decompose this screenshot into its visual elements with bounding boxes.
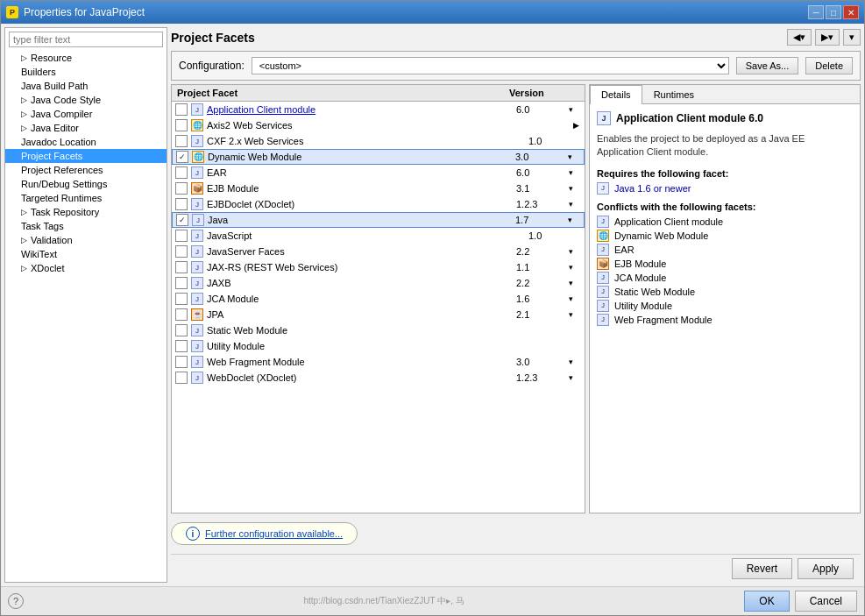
facet-row-jaxrs[interactable]: J JAX-RS (REST Web Services) 1.1 ▾ — [172, 259, 585, 275]
checkbox-ejb[interactable] — [175, 182, 188, 195]
sidebar-item-resource[interactable]: ▷Resource — [5, 51, 167, 65]
checkbox-axis2[interactable] — [175, 119, 188, 131]
forward-button[interactable]: ▶▾ — [815, 29, 840, 46]
tab-details[interactable]: Details — [590, 85, 642, 104]
checkbox-jca[interactable] — [175, 293, 188, 305]
help-icon[interactable]: ? — [8, 593, 24, 609]
checkbox-jaxb[interactable] — [175, 277, 188, 289]
facet-version-jpa: 2.1 — [516, 309, 569, 320]
sidebar-item-java-compiler[interactable]: ▷Java Compiler — [5, 107, 167, 121]
conflict-text-web-fragment: Web Fragment Module — [614, 315, 713, 325]
nav-arrows: ◀▾ ▶▾ ▾ — [787, 29, 861, 46]
facet-arrow-app-client[interactable]: ▾ — [569, 105, 581, 114]
facet-arrow-ear[interactable]: ▾ — [569, 168, 581, 177]
facet-arrow-jaxrs[interactable]: ▾ — [569, 263, 581, 272]
sidebar-item-wikitext[interactable]: WikiText — [5, 247, 167, 261]
apply-button[interactable]: Apply — [798, 558, 854, 579]
facet-row-cxf[interactable]: J CXF 2.x Web Services 1.0 — [172, 133, 585, 149]
facet-row-java[interactable]: ✓ J Java 1.7 ▾ — [172, 212, 585, 228]
facet-arrow-jsf[interactable]: ▾ — [569, 247, 581, 256]
sidebar-item-validation[interactable]: ▷Validation — [5, 233, 167, 247]
facet-row-app-client[interactable]: J Application Client module 6.0 ▾ — [172, 102, 585, 117]
checkbox-web-fragment[interactable] — [175, 356, 188, 368]
facet-row-jaxb[interactable]: J JAXB 2.2 ▾ — [172, 275, 585, 291]
cancel-button[interactable]: Cancel — [795, 591, 857, 612]
checkbox-jsf[interactable] — [175, 245, 188, 258]
sidebar-item-task-tags[interactable]: Task Tags — [5, 219, 167, 233]
sidebar-item-builders[interactable]: Builders — [5, 65, 167, 79]
facet-arrow-jaxb[interactable]: ▾ — [569, 279, 581, 287]
further-config-link[interactable]: i Further configuration available... — [171, 522, 358, 545]
facet-arrow-dynamic-web[interactable]: ▾ — [568, 152, 580, 161]
facet-arrow-web-fragment[interactable]: ▾ — [569, 358, 581, 366]
facet-row-webdoclet[interactable]: J WebDoclet (XDoclet) 1.2.3 ▾ — [172, 370, 585, 386]
checkbox-dynamic-web[interactable]: ✓ — [176, 151, 188, 163]
further-config-text: Further configuration available... — [205, 528, 343, 539]
facet-row-ear[interactable]: J EAR 6.0 ▾ — [172, 165, 585, 181]
checkbox-utility[interactable] — [175, 340, 188, 352]
checkbox-jpa[interactable] — [175, 308, 188, 321]
facet-row-axis2[interactable]: 🌐 Axis2 Web Services ▶ — [172, 117, 585, 133]
facet-version-ejbdoclet: 1.2.3 — [516, 199, 569, 209]
save-as-button[interactable]: Save As... — [736, 57, 799, 74]
config-bar: Configuration: <custom> Save As... Delet… — [171, 51, 861, 81]
tab-runtimes[interactable]: Runtimes — [642, 85, 705, 103]
conflict-icon-dynamic-web: 🌐 — [597, 230, 609, 242]
checkbox-javascript[interactable] — [175, 230, 188, 242]
facet-row-jca[interactable]: J JCA Module 1.6 ▾ — [172, 291, 585, 307]
sidebar-item-java-code-style[interactable]: ▷Java Code Style — [5, 93, 167, 107]
sidebar-item-run-debug-settings[interactable]: Run/Debug Settings — [5, 177, 167, 191]
revert-button[interactable]: Revert — [732, 558, 792, 579]
facet-arrow-webdoclet[interactable]: ▾ — [569, 373, 581, 382]
facet-arrow-java[interactable]: ▾ — [568, 216, 580, 224]
facet-arrow-ejbdoclet[interactable]: ▾ — [569, 200, 581, 209]
facet-row-ejb[interactable]: 📦 EJB Module 3.1 ▾ — [172, 181, 585, 196]
facet-row-jsf[interactable]: J JavaServer Faces 2.2 ▾ — [172, 244, 585, 259]
sidebar-item-task-repository[interactable]: ▷Task Repository — [5, 205, 167, 219]
facet-arrow-jca[interactable]: ▾ — [569, 294, 581, 303]
sidebar-item-java-editor[interactable]: ▷Java Editor — [5, 121, 167, 135]
checkbox-webdoclet[interactable] — [175, 372, 188, 384]
back-button[interactable]: ◀▾ — [787, 29, 812, 46]
delete-button[interactable]: Delete — [805, 57, 853, 74]
checkbox-app-client[interactable] — [175, 103, 188, 116]
expand-arrow-axis2[interactable]: ▶ — [573, 121, 579, 130]
ok-button[interactable]: OK — [744, 591, 789, 612]
close-button[interactable]: ✕ — [843, 5, 859, 19]
sidebar-item-java-build-path[interactable]: Java Build Path — [5, 79, 167, 93]
facet-row-web-fragment[interactable]: J Web Fragment Module 3.0 ▾ — [172, 354, 585, 370]
facet-arrow-ejb[interactable]: ▾ — [569, 184, 581, 193]
facet-icon-doc-jaxb: J — [191, 277, 203, 289]
facet-row-jpa[interactable]: ☕ JPA 2.1 ▾ — [172, 307, 585, 322]
minimize-button[interactable]: ─ — [808, 5, 824, 19]
config-select[interactable]: <custom> — [252, 57, 729, 74]
sidebar-item-project-references[interactable]: Project References — [5, 163, 167, 177]
sidebar-item-project-facets[interactable]: Project Facets — [5, 149, 167, 163]
panel-title: Project Facets — [171, 31, 255, 45]
checkbox-static-web[interactable] — [175, 324, 188, 336]
checkbox-jaxrs[interactable] — [175, 261, 188, 273]
checkbox-java[interactable]: ✓ — [176, 214, 188, 226]
facet-version-java: 1.7 — [515, 215, 568, 225]
sidebar-item-xdoclet[interactable]: ▷XDoclet — [5, 261, 167, 275]
facet-row-ejbdoclet[interactable]: J EJBDoclet (XDoclet) 1.2.3 ▾ — [172, 196, 585, 212]
menu-button[interactable]: ▾ — [843, 29, 861, 46]
details-description: Enables the project to be deployed as a … — [597, 132, 853, 159]
sidebar-tree: ▷Resource Builders Java Build Path ▷Java… — [5, 51, 167, 582]
facet-arrow-jpa[interactable]: ▾ — [569, 310, 581, 319]
checkbox-cxf[interactable] — [175, 135, 188, 147]
facet-icon-doc-javascript: J — [191, 230, 203, 242]
facet-name-app-client[interactable]: Application Client module — [207, 104, 516, 115]
facet-row-javascript[interactable]: J JavaScript 1.0 — [172, 228, 585, 244]
checkbox-ear[interactable] — [175, 166, 188, 179]
facet-row-dynamic-web[interactable]: ✓ 🌐 Dynamic Web Module 3.0 ▾ — [172, 149, 585, 165]
facet-row-static-web[interactable]: J Static Web Module — [172, 322, 585, 338]
sidebar-item-javadoc-location[interactable]: Javadoc Location — [5, 135, 167, 149]
panels-row: Project Facet Version J Application Clie… — [171, 84, 861, 513]
facets-panel: Project Facet Version J Application Clie… — [171, 84, 585, 513]
sidebar-item-targeted-runtimes[interactable]: Targeted Runtimes — [5, 191, 167, 205]
maximize-button[interactable]: □ — [826, 5, 841, 19]
checkbox-ejbdoclet[interactable] — [175, 198, 188, 210]
facet-row-utility[interactable]: J Utility Module — [172, 338, 585, 354]
filter-input[interactable] — [9, 32, 163, 47]
